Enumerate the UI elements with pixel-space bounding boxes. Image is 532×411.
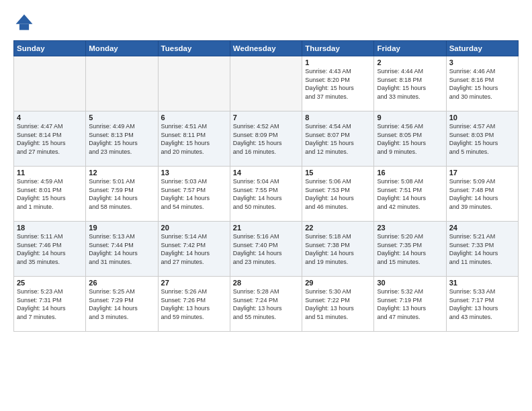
calendar-cell: 27Sunrise: 5:26 AM Sunset: 7:26 PM Dayli…: [158, 277, 230, 332]
calendar-cell: 15Sunrise: 5:06 AM Sunset: 7:53 PM Dayli…: [302, 167, 374, 222]
weekday-header-sunday: Sunday: [14, 41, 86, 56]
weekday-header-tuesday: Tuesday: [158, 41, 230, 56]
day-number: 7: [233, 113, 299, 122]
calendar-cell: 20Sunrise: 5:14 AM Sunset: 7:42 PM Dayli…: [158, 222, 230, 277]
week-row-3: 11Sunrise: 4:59 AM Sunset: 8:01 PM Dayli…: [14, 167, 519, 222]
calendar-cell: 21Sunrise: 5:16 AM Sunset: 7:40 PM Dayli…: [230, 222, 302, 277]
calendar-cell: [86, 56, 158, 111]
calendar-cell: 28Sunrise: 5:28 AM Sunset: 7:24 PM Dayli…: [230, 277, 302, 332]
day-number: 31: [449, 279, 515, 287]
day-info: Sunrise: 5:20 AM Sunset: 7:35 PM Dayligh…: [377, 232, 443, 266]
day-info: Sunrise: 4:51 AM Sunset: 8:11 PM Dayligh…: [161, 122, 227, 156]
day-info: Sunrise: 4:49 AM Sunset: 8:13 PM Dayligh…: [89, 122, 154, 156]
calendar-cell: 25Sunrise: 5:23 AM Sunset: 7:31 PM Dayli…: [14, 277, 86, 332]
day-info: Sunrise: 5:08 AM Sunset: 7:51 PM Dayligh…: [377, 177, 443, 211]
day-info: Sunrise: 5:01 AM Sunset: 7:59 PM Dayligh…: [89, 177, 154, 211]
calendar-cell: 5Sunrise: 4:49 AM Sunset: 8:13 PM Daylig…: [86, 111, 158, 167]
day-info: Sunrise: 4:43 AM Sunset: 8:20 PM Dayligh…: [305, 67, 371, 101]
day-number: 9: [377, 113, 443, 122]
calendar-table: SundayMondayTuesdayWednesdayThursdayFrid…: [13, 40, 519, 332]
day-number: 24: [449, 224, 515, 232]
day-number: 29: [305, 279, 371, 287]
calendar-cell: 22Sunrise: 5:18 AM Sunset: 7:38 PM Dayli…: [302, 222, 374, 277]
day-info: Sunrise: 4:59 AM Sunset: 8:01 PM Dayligh…: [17, 177, 83, 211]
day-number: 26: [89, 279, 154, 287]
calendar-cell: 9Sunrise: 4:56 AM Sunset: 8:05 PM Daylig…: [374, 111, 446, 167]
day-number: 11: [17, 169, 83, 177]
day-number: 8: [305, 113, 371, 122]
day-info: Sunrise: 4:52 AM Sunset: 8:09 PM Dayligh…: [233, 122, 299, 156]
day-info: Sunrise: 5:18 AM Sunset: 7:38 PM Dayligh…: [305, 232, 371, 266]
calendar-cell: 3Sunrise: 4:46 AM Sunset: 8:16 PM Daylig…: [446, 56, 518, 111]
svg-rect-1: [19, 24, 29, 30]
calendar-cell: 2Sunrise: 4:44 AM Sunset: 8:18 PM Daylig…: [374, 56, 446, 111]
calendar-cell: 10Sunrise: 4:57 AM Sunset: 8:03 PM Dayli…: [446, 111, 518, 167]
day-number: 14: [233, 169, 299, 177]
day-number: 4: [17, 113, 83, 122]
header: [13, 12, 519, 34]
day-number: 16: [377, 169, 443, 177]
svg-marker-0: [16, 15, 33, 24]
day-number: 28: [233, 279, 299, 287]
day-number: 19: [89, 224, 154, 232]
day-number: 22: [305, 224, 371, 232]
day-number: 10: [449, 113, 515, 122]
day-info: Sunrise: 4:56 AM Sunset: 8:05 PM Dayligh…: [377, 122, 443, 156]
calendar-cell: 19Sunrise: 5:13 AM Sunset: 7:44 PM Dayli…: [86, 222, 158, 277]
calendar-cell: 12Sunrise: 5:01 AM Sunset: 7:59 PM Dayli…: [86, 167, 158, 222]
calendar-cell: 1Sunrise: 4:43 AM Sunset: 8:20 PM Daylig…: [302, 56, 374, 111]
day-info: Sunrise: 5:16 AM Sunset: 7:40 PM Dayligh…: [233, 232, 299, 266]
weekday-header-wednesday: Wednesday: [230, 41, 302, 56]
day-number: 27: [161, 279, 227, 287]
weekday-header-friday: Friday: [374, 41, 446, 56]
calendar-cell: 11Sunrise: 4:59 AM Sunset: 8:01 PM Dayli…: [14, 167, 86, 222]
calendar-page: SundayMondayTuesdayWednesdayThursdayFrid…: [0, 0, 532, 411]
day-number: 15: [305, 169, 371, 177]
calendar-cell: 24Sunrise: 5:21 AM Sunset: 7:33 PM Dayli…: [446, 222, 518, 277]
day-number: 13: [161, 169, 227, 177]
day-number: 2: [377, 58, 443, 66]
day-number: 12: [89, 169, 154, 177]
logo-icon: [13, 12, 35, 34]
day-info: Sunrise: 4:57 AM Sunset: 8:03 PM Dayligh…: [449, 122, 515, 156]
day-info: Sunrise: 5:14 AM Sunset: 7:42 PM Dayligh…: [161, 232, 227, 266]
calendar-cell: 16Sunrise: 5:08 AM Sunset: 7:51 PM Dayli…: [374, 167, 446, 222]
calendar-cell: 13Sunrise: 5:03 AM Sunset: 7:57 PM Dayli…: [158, 167, 230, 222]
weekday-header-saturday: Saturday: [446, 41, 518, 56]
day-number: 17: [449, 169, 515, 177]
week-row-4: 18Sunrise: 5:11 AM Sunset: 7:46 PM Dayli…: [14, 222, 519, 277]
day-number: 25: [17, 279, 83, 287]
day-info: Sunrise: 5:28 AM Sunset: 7:24 PM Dayligh…: [233, 287, 299, 321]
week-row-1: 1Sunrise: 4:43 AM Sunset: 8:20 PM Daylig…: [14, 56, 519, 111]
calendar-cell: [14, 56, 86, 111]
day-number: 30: [377, 279, 443, 287]
day-number: 20: [161, 224, 227, 232]
day-number: 21: [233, 224, 299, 232]
calendar-cell: [230, 56, 302, 111]
day-info: Sunrise: 5:04 AM Sunset: 7:55 PM Dayligh…: [233, 177, 299, 211]
day-info: Sunrise: 4:46 AM Sunset: 8:16 PM Dayligh…: [449, 67, 515, 101]
day-info: Sunrise: 4:44 AM Sunset: 8:18 PM Dayligh…: [377, 67, 443, 101]
day-info: Sunrise: 5:03 AM Sunset: 7:57 PM Dayligh…: [161, 177, 227, 211]
day-info: Sunrise: 5:21 AM Sunset: 7:33 PM Dayligh…: [449, 232, 515, 266]
day-number: 5: [89, 113, 154, 122]
weekday-header-monday: Monday: [86, 41, 158, 56]
day-info: Sunrise: 5:32 AM Sunset: 7:19 PM Dayligh…: [377, 287, 443, 321]
calendar-cell: 6Sunrise: 4:51 AM Sunset: 8:11 PM Daylig…: [158, 111, 230, 167]
day-number: 3: [449, 58, 515, 66]
calendar-cell: 8Sunrise: 4:54 AM Sunset: 8:07 PM Daylig…: [302, 111, 374, 167]
day-number: 6: [161, 113, 227, 122]
calendar-cell: 17Sunrise: 5:09 AM Sunset: 7:48 PM Dayli…: [446, 167, 518, 222]
calendar-cell: 7Sunrise: 4:52 AM Sunset: 8:09 PM Daylig…: [230, 111, 302, 167]
day-info: Sunrise: 5:26 AM Sunset: 7:26 PM Dayligh…: [161, 287, 227, 321]
calendar-cell: [158, 56, 230, 111]
week-row-5: 25Sunrise: 5:23 AM Sunset: 7:31 PM Dayli…: [14, 277, 519, 332]
calendar-cell: 4Sunrise: 4:47 AM Sunset: 8:14 PM Daylig…: [14, 111, 86, 167]
day-info: Sunrise: 5:09 AM Sunset: 7:48 PM Dayligh…: [449, 177, 515, 211]
logo: [13, 12, 38, 34]
week-row-2: 4Sunrise: 4:47 AM Sunset: 8:14 PM Daylig…: [14, 111, 519, 167]
day-info: Sunrise: 5:11 AM Sunset: 7:46 PM Dayligh…: [17, 232, 83, 266]
day-info: Sunrise: 4:54 AM Sunset: 8:07 PM Dayligh…: [305, 122, 371, 156]
day-info: Sunrise: 4:47 AM Sunset: 8:14 PM Dayligh…: [17, 122, 83, 156]
day-info: Sunrise: 5:23 AM Sunset: 7:31 PM Dayligh…: [17, 287, 83, 321]
